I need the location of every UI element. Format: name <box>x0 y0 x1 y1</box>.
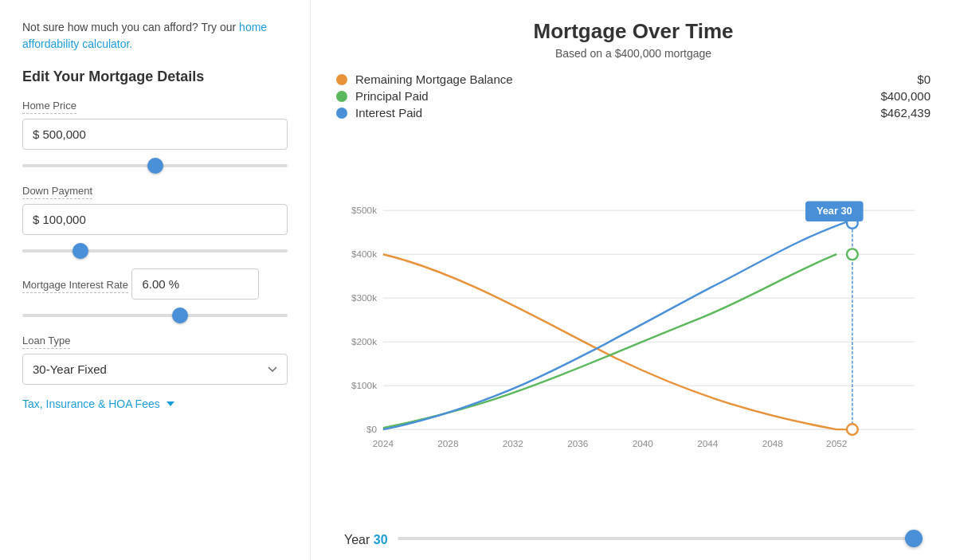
svg-text:$0: $0 <box>366 424 378 434</box>
svg-text:$200k: $200k <box>351 336 377 347</box>
interest-label: Interest Paid <box>355 106 864 119</box>
year-slider-row: Year 30 <box>336 533 931 547</box>
tax-insurance-link[interactable]: Tax, Insurance & HOA Fees <box>22 397 288 410</box>
loan-type-group: Loan Type 30-Year Fixed 15-Year Fixed 5/… <box>22 333 288 385</box>
interest-rate-label: Mortgage Interest Rate <box>22 279 128 293</box>
down-payment-input[interactable] <box>22 204 288 235</box>
svg-point-22 <box>847 249 858 260</box>
chart-subtitle: Based on a $400,000 mortgage <box>336 47 931 60</box>
down-payment-slider[interactable] <box>22 249 288 253</box>
svg-text:$300k: $300k <box>351 292 377 303</box>
home-price-label: Home Price <box>22 100 76 114</box>
svg-text:2040: 2040 <box>633 438 654 448</box>
balance-dot <box>336 74 347 85</box>
interest-rate-input[interactable] <box>131 268 259 300</box>
loan-type-select[interactable]: 30-Year Fixed 15-Year Fixed 5/1 ARM 10/1… <box>22 354 288 385</box>
intro-text: Not sure how much you can afford? Try ou… <box>22 19 288 53</box>
home-price-input[interactable] <box>22 119 288 150</box>
left-panel: Not sure how much you can afford? Try ou… <box>0 0 311 560</box>
legend-row-interest: Interest Paid $462,439 <box>336 106 931 119</box>
interest-dot <box>336 108 347 119</box>
down-payment-label: Down Payment <box>22 185 92 199</box>
svg-point-21 <box>847 424 858 435</box>
interest-value: $462,439 <box>880 106 931 119</box>
legend-row-principal: Principal Paid $400,000 <box>336 89 931 103</box>
svg-text:2032: 2032 <box>503 438 523 448</box>
chart-title: Mortgage Over Time <box>336 19 931 44</box>
home-price-group: Home Price <box>22 98 288 170</box>
right-panel: Mortgage Over Time Based on a $400,000 m… <box>311 0 956 560</box>
down-payment-group: Down Payment <box>22 183 288 256</box>
balance-label: Remaining Mortgage Balance <box>355 72 901 86</box>
mortgage-chart: $500k $400k $300k $200k $100k $0 2024 20… <box>336 129 931 527</box>
svg-text:2028: 2028 <box>437 438 459 448</box>
svg-text:2036: 2036 <box>567 438 589 448</box>
chart-area: $500k $400k $300k $200k $100k $0 2024 20… <box>336 129 931 527</box>
year-slider-label: Year 30 <box>344 533 388 547</box>
principal-label: Principal Paid <box>355 89 864 103</box>
svg-text:2048: 2048 <box>762 438 784 448</box>
legend-row-balance: Remaining Mortgage Balance $0 <box>336 72 931 86</box>
svg-text:$400k: $400k <box>351 249 377 259</box>
principal-dot <box>336 91 347 102</box>
chart-legend: Remaining Mortgage Balance $0 Principal … <box>336 72 931 119</box>
svg-text:$100k: $100k <box>351 380 377 390</box>
interest-rate-slider[interactable] <box>22 314 288 317</box>
svg-text:2044: 2044 <box>697 438 719 448</box>
principal-value: $400,000 <box>880 89 931 103</box>
tax-insurance-label: Tax, Insurance & HOA Fees <box>22 397 160 410</box>
year-slider[interactable] <box>398 537 923 540</box>
year-number: 30 <box>374 533 388 546</box>
svg-text:2024: 2024 <box>373 438 394 448</box>
edit-section-title: Edit Your Mortgage Details <box>22 69 288 85</box>
interest-rate-group: Mortgage Interest Rate <box>22 268 288 320</box>
home-price-slider[interactable] <box>22 164 288 167</box>
svg-text:2052: 2052 <box>826 438 847 448</box>
balance-value: $0 <box>917 72 931 86</box>
svg-text:Year 30: Year 30 <box>817 205 852 217</box>
loan-type-label: Loan Type <box>22 335 70 349</box>
svg-text:$500k: $500k <box>351 205 377 215</box>
chevron-down-icon <box>167 401 174 406</box>
